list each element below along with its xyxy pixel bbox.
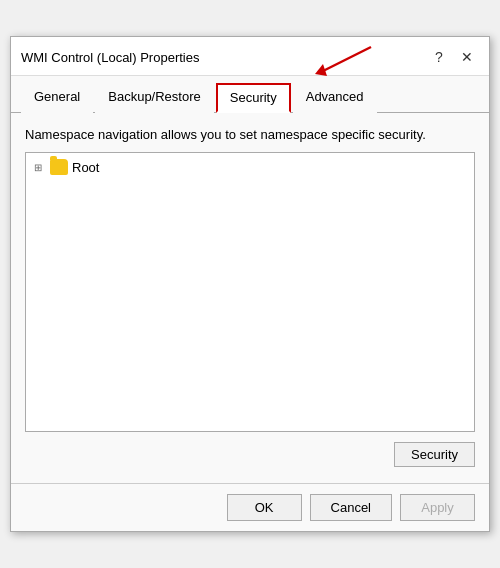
bottom-right-area: Security xyxy=(25,442,475,473)
apply-button[interactable]: Apply xyxy=(400,494,475,521)
tree-expander: ⊞ xyxy=(34,162,46,173)
tab-backup-restore[interactable]: Backup/Restore xyxy=(95,83,214,113)
folder-icon xyxy=(50,159,68,175)
ok-button[interactable]: OK xyxy=(227,494,302,521)
title-bar: WMI Control (Local) Properties ? ✕ xyxy=(11,37,489,76)
tab-security[interactable]: Security xyxy=(216,83,291,113)
footer: OK Cancel Apply xyxy=(11,483,489,531)
title-bar-controls: ? ✕ xyxy=(427,45,479,69)
tree-item-label: Root xyxy=(72,160,99,175)
tab-advanced[interactable]: Advanced xyxy=(293,83,377,113)
tabs-bar: General Backup/Restore Security Advanced xyxy=(11,76,489,113)
tree-item-root[interactable]: ⊞ Root xyxy=(30,157,470,177)
tab-general[interactable]: General xyxy=(21,83,93,113)
namespace-tree[interactable]: ⊞ Root xyxy=(25,152,475,432)
window-title: WMI Control (Local) Properties xyxy=(21,50,199,65)
tabs-wrapper: General Backup/Restore Security Advanced xyxy=(11,76,489,113)
close-button[interactable]: ✕ xyxy=(455,45,479,69)
cancel-button[interactable]: Cancel xyxy=(310,494,392,521)
dialog-window: WMI Control (Local) Properties ? ✕ Gener… xyxy=(10,36,490,532)
description-text: Namespace navigation allows you to set n… xyxy=(25,127,475,142)
help-button[interactable]: ? xyxy=(427,45,451,69)
content-area: Namespace navigation allows you to set n… xyxy=(11,113,489,483)
security-button[interactable]: Security xyxy=(394,442,475,467)
